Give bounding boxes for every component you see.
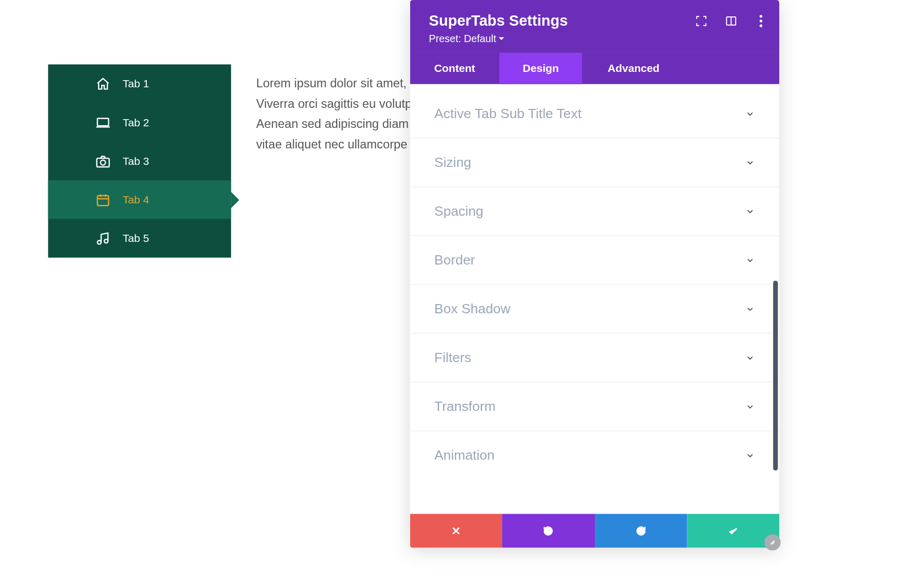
supertabs-vertical-nav: Tab 1 Tab 2 Tab 3 [48,64,231,257]
undo-button[interactable] [502,514,594,548]
laptop-icon [95,115,110,130]
section-transform[interactable]: Transform [410,382,779,431]
chevron-down-icon [745,206,755,216]
svg-rect-3 [98,195,109,205]
modal-tabs: Content Design Advanced [410,53,779,84]
tab-item-5[interactable]: Tab 5 [48,219,231,257]
modal-body[interactable]: Active Tab Sub Title Text Sizing Spacing… [410,84,779,514]
tab-label: Tab 1 [123,78,149,90]
section-label: Spacing [434,203,483,219]
calendar-icon [95,192,110,207]
section-spacing[interactable]: Spacing [410,187,779,236]
tab-item-3[interactable]: Tab 3 [48,142,231,180]
section-sizing[interactable]: Sizing [410,138,779,187]
music-icon [95,231,110,246]
section-box-shadow[interactable]: Box Shadow [410,285,779,333]
svg-point-5 [104,239,108,242]
section-label: Animation [434,447,494,463]
svg-rect-0 [98,118,109,126]
tab-item-2[interactable]: Tab 2 [48,103,231,142]
modal-footer [410,514,779,548]
tab-advanced[interactable]: Advanced [582,53,685,84]
section-border[interactable]: Border [410,236,779,285]
chevron-down-icon [745,255,755,265]
chevron-down-icon [745,158,755,167]
chevron-down-icon [745,109,755,118]
chevron-down-icon [745,402,755,411]
tab-label: Tab 3 [123,155,149,167]
section-active-tab-subtitle[interactable]: Active Tab Sub Title Text [410,84,779,139]
tab-item-4[interactable]: Tab 4 [48,180,231,219]
columns-icon[interactable] [725,15,737,27]
svg-point-4 [98,240,101,244]
section-animation[interactable]: Animation [410,431,779,480]
preset-dropdown[interactable]: Preset: Default [429,32,505,44]
tab-design[interactable]: Design [499,53,582,84]
tab-content[interactable]: Content [410,53,499,84]
home-icon [95,77,110,91]
modal-header: SuperTabs Settings Preset: Default [410,0,779,53]
preset-label: Preset: Default [429,32,496,44]
section-label: Active Tab Sub Title Text [434,106,582,121]
section-label: Filters [434,350,471,365]
section-label: Sizing [434,155,471,170]
scrollbar-thumb[interactable] [773,280,778,470]
tab-label: Tab 4 [123,194,149,206]
resize-handle-icon[interactable] [764,534,781,551]
chevron-down-icon [745,450,755,460]
settings-modal: SuperTabs Settings Preset: Default Conte… [410,0,779,548]
tab-item-1[interactable]: Tab 1 [48,64,231,103]
camera-icon [95,154,110,168]
svg-point-2 [101,160,106,165]
cancel-button[interactable] [410,514,503,548]
tab-label: Tab 2 [123,116,149,128]
redo-button[interactable] [594,514,687,548]
tab-label: Tab 5 [123,232,149,244]
chevron-down-icon [745,304,755,313]
more-icon[interactable] [755,15,767,27]
section-label: Border [434,252,475,268]
section-label: Transform [434,399,495,414]
chevron-down-icon [745,353,755,362]
expand-icon[interactable] [695,15,707,27]
section-filters[interactable]: Filters [410,333,779,382]
section-label: Box Shadow [434,301,510,316]
